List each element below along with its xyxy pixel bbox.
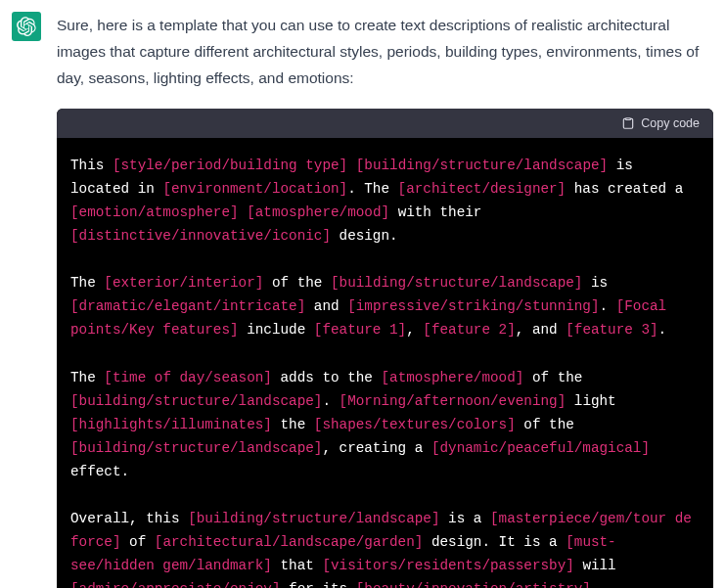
template-placeholder: [dramatic/elegant/intricate] [70, 298, 305, 314]
template-placeholder: [emotion/atmosphere] [70, 204, 239, 220]
template-placeholder: [admire/appreciate/enjoy] [70, 581, 281, 588]
template-placeholder: [atmosphere/mood] [247, 204, 389, 220]
openai-logo-icon [17, 17, 36, 36]
template-placeholder: [architectural/landscape/garden] [155, 534, 424, 550]
template-placeholder: [building/structure/landscape] [70, 393, 322, 409]
template-placeholder: [building/structure/landscape] [331, 275, 582, 291]
template-placeholder: [Morning/afternoon/evening] [340, 393, 566, 409]
template-placeholder: [building/structure/landscape] [188, 511, 439, 526]
copy-code-button[interactable]: Copy code [621, 116, 700, 130]
template-placeholder: [impressive/striking/stunning] [347, 298, 599, 314]
code-block: Copy code This [style/period/building ty… [57, 109, 713, 588]
template-placeholder: [atmosphere/mood] [381, 370, 523, 385]
clipboard-icon [621, 116, 635, 130]
template-placeholder: [highlights/illuminates] [70, 417, 272, 432]
assistant-avatar [12, 12, 41, 41]
template-placeholder: [environment/location] [162, 181, 347, 197]
template-placeholder: [dynamic/peaceful/magical] [431, 440, 650, 456]
code-body: This [style/period/building type] [build… [57, 138, 713, 588]
template-placeholder: [shapes/textures/colors] [314, 417, 516, 432]
message-content: Sure, here is a template that you can us… [57, 12, 713, 588]
template-placeholder: [building/structure/landscape] [70, 440, 322, 456]
template-placeholder: [style/period/building type] [113, 158, 347, 173]
template-placeholder: [building/structure/landscape] [356, 158, 608, 173]
template-placeholder: [exterior/interior] [104, 275, 263, 291]
message-row: Sure, here is a template that you can us… [0, 0, 725, 588]
template-placeholder: [time of day/season] [104, 370, 272, 385]
template-placeholder: [distinctive/innovative/iconic] [70, 228, 331, 244]
template-placeholder: [feature 3] [566, 322, 657, 338]
template-placeholder: [beauty/innovation/artistry] [356, 581, 591, 588]
template-placeholder: [architect/designer] [398, 181, 566, 197]
code-header: Copy code [57, 109, 713, 138]
template-placeholder: [visitors/residents/passersby] [322, 558, 573, 573]
template-placeholder: [feature 1] [314, 322, 406, 338]
intro-text: Sure, here is a template that you can us… [57, 12, 713, 91]
template-placeholder: [feature 2] [423, 322, 515, 338]
svg-rect-0 [626, 118, 631, 120]
copy-code-label: Copy code [641, 116, 700, 130]
